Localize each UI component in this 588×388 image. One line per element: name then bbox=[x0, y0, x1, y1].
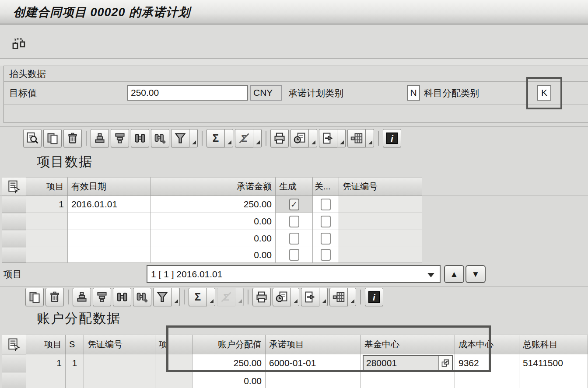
valid-date-cell[interactable] bbox=[68, 247, 151, 263]
print-icon[interactable] bbox=[252, 288, 271, 306]
commit-item-cell[interactable] bbox=[266, 372, 361, 388]
sum-dropdown-arrow-icon[interactable] bbox=[225, 129, 233, 147]
filter-dropdown-arrow-icon[interactable] bbox=[189, 129, 198, 147]
hierarchy-icon[interactable] bbox=[12, 35, 27, 49]
export-dropdown-arrow-icon[interactable] bbox=[319, 288, 328, 306]
column-header-closed[interactable]: 关... bbox=[313, 177, 339, 196]
closed-checkbox[interactable] bbox=[321, 199, 331, 210]
row-selector[interactable] bbox=[2, 230, 26, 247]
value-help-icon[interactable] bbox=[438, 356, 452, 370]
column-header-doc-number[interactable]: 凭证编号 bbox=[339, 177, 422, 196]
toolbar-separator bbox=[266, 131, 266, 146]
sort-desc-icon[interactable] bbox=[111, 129, 129, 147]
previous-item-button[interactable]: ▲ bbox=[444, 265, 464, 283]
column-header-commit-item[interactable]: 承诺项目 bbox=[266, 335, 361, 354]
item-selector-dropdown[interactable]: 1 [ 1 ] 2016.01.01 bbox=[147, 265, 441, 283]
subtotal-dropdown-arrow-icon[interactable] bbox=[235, 288, 244, 306]
target-value-input[interactable] bbox=[127, 85, 248, 101]
assign-value-cell[interactable]: 250.00 bbox=[192, 354, 266, 372]
info-icon[interactable]: i bbox=[365, 288, 383, 306]
copy-icon[interactable] bbox=[25, 288, 44, 306]
filter-dropdown-arrow-icon[interactable] bbox=[172, 288, 180, 306]
info-icon[interactable]: i bbox=[383, 129, 401, 147]
row-selector[interactable] bbox=[2, 247, 26, 263]
column-header-item[interactable]: 项目 bbox=[26, 335, 66, 354]
export-icon[interactable] bbox=[319, 129, 337, 147]
fund-center-input[interactable]: 280001 bbox=[363, 355, 453, 371]
cost-center-cell[interactable] bbox=[455, 372, 519, 388]
views-icon[interactable] bbox=[290, 129, 309, 147]
assign-value-cell[interactable]: 0.00 bbox=[192, 372, 266, 388]
layout-dropdown-arrow-icon[interactable] bbox=[348, 288, 356, 306]
select-all-icon[interactable] bbox=[2, 177, 26, 196]
views-dropdown-arrow-icon[interactable] bbox=[309, 129, 317, 147]
column-header-fund-center[interactable]: 基金中心 bbox=[361, 335, 455, 354]
closed-checkbox[interactable] bbox=[321, 233, 331, 245]
find-icon[interactable] bbox=[131, 129, 149, 147]
window-title-bar: 创建合同项目 00020 的承诺计划 bbox=[0, 0, 588, 24]
sum-dropdown-arrow-icon[interactable] bbox=[207, 288, 215, 306]
column-header-assign-value[interactable]: 账户分配值 bbox=[192, 335, 266, 354]
account-assignment-category-field[interactable]: K bbox=[537, 85, 551, 101]
gl-account-cell[interactable]: 51411500 bbox=[519, 354, 588, 372]
export-dropdown-arrow-icon[interactable] bbox=[337, 129, 346, 147]
find-next-icon[interactable] bbox=[151, 129, 169, 147]
find-next-icon[interactable] bbox=[133, 288, 151, 306]
delete-icon[interactable] bbox=[63, 129, 82, 147]
column-header-valid-date[interactable]: 有效日期 bbox=[68, 177, 151, 196]
views-dropdown-arrow-icon[interactable] bbox=[291, 288, 299, 306]
print-icon[interactable] bbox=[270, 129, 289, 147]
column-header-item[interactable]: 项目 bbox=[26, 177, 68, 196]
generated-checkbox[interactable] bbox=[289, 233, 299, 245]
row-selector[interactable] bbox=[2, 196, 26, 213]
sort-asc-icon[interactable] bbox=[73, 288, 91, 306]
sum-icon[interactable]: Σ bbox=[206, 129, 225, 147]
filter-icon[interactable] bbox=[153, 288, 172, 306]
export-icon[interactable] bbox=[301, 288, 319, 306]
row-selector[interactable] bbox=[2, 372, 26, 388]
column-header-commit-amount[interactable]: 承诺金额 bbox=[151, 177, 276, 196]
commit-amount-cell[interactable]: 0.00 bbox=[151, 213, 276, 230]
copy-icon[interactable] bbox=[43, 129, 62, 147]
fund-center-cell[interactable] bbox=[361, 372, 455, 388]
column-header-cost-center[interactable]: 成本中心 bbox=[455, 335, 519, 354]
column-header-generated[interactable]: 生成 bbox=[276, 177, 313, 196]
commit-plan-type-field[interactable]: N bbox=[407, 85, 420, 101]
column-header-gl-account[interactable]: 总账科目 bbox=[519, 335, 588, 354]
generated-checkbox[interactable] bbox=[289, 249, 299, 261]
filter-icon[interactable] bbox=[171, 129, 189, 147]
delete-icon[interactable] bbox=[46, 288, 64, 306]
column-header-doc-number[interactable]: 凭证编号 bbox=[84, 335, 155, 354]
generated-checkbox[interactable]: ✓ bbox=[289, 199, 299, 210]
column-header-s[interactable]: S bbox=[66, 335, 84, 354]
row-selector[interactable] bbox=[2, 213, 26, 230]
find-icon[interactable] bbox=[113, 288, 131, 306]
valid-date-cell[interactable]: 2016.01.01 bbox=[68, 196, 151, 213]
row-selector[interactable] bbox=[2, 354, 26, 372]
next-item-button[interactable]: ▼ bbox=[466, 265, 486, 283]
layout-icon[interactable] bbox=[347, 129, 366, 147]
sum-icon[interactable]: Σ bbox=[189, 288, 207, 306]
commit-amount-cell[interactable]: 0.00 bbox=[151, 247, 276, 263]
commit-amount-cell[interactable]: 250.00 bbox=[151, 196, 276, 213]
commit-amount-cell[interactable]: 0.00 bbox=[151, 230, 276, 247]
subtotal-icon[interactable]: Σ bbox=[235, 129, 253, 147]
sort-asc-icon[interactable] bbox=[91, 129, 109, 147]
layout-icon[interactable] bbox=[329, 288, 348, 306]
select-all-icon[interactable] bbox=[2, 335, 26, 354]
closed-checkbox[interactable] bbox=[321, 249, 331, 261]
cost-center-cell[interactable]: 9362 bbox=[455, 354, 519, 372]
commit-item-cell[interactable]: 6000-01-01 bbox=[266, 354, 361, 372]
closed-checkbox[interactable] bbox=[321, 216, 331, 227]
valid-date-cell[interactable] bbox=[68, 213, 151, 230]
subtotal-icon[interactable]: Σ bbox=[217, 288, 235, 306]
layout-dropdown-arrow-icon[interactable] bbox=[366, 129, 374, 147]
column-header-seq[interactable]: 项 bbox=[155, 335, 192, 354]
generated-checkbox[interactable] bbox=[289, 216, 299, 227]
details-icon[interactable] bbox=[23, 129, 42, 147]
subtotal-dropdown-arrow-icon[interactable] bbox=[253, 129, 262, 147]
views-icon[interactable] bbox=[273, 288, 291, 306]
gl-account-cell[interactable] bbox=[519, 372, 588, 388]
sort-desc-icon[interactable] bbox=[93, 288, 111, 306]
valid-date-cell[interactable] bbox=[68, 230, 151, 247]
